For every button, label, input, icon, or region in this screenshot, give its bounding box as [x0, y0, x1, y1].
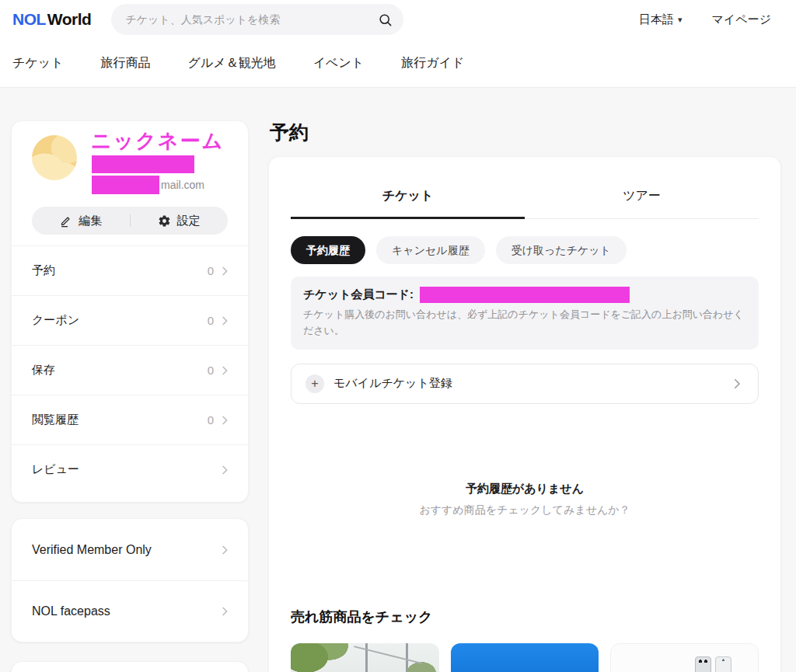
page-title: 予約 [270, 120, 781, 144]
chevron-right-icon [218, 265, 231, 277]
profile-info: ニックネーム mail.com [32, 132, 228, 207]
nav-item-events[interactable]: イベント [313, 55, 365, 71]
search-bar[interactable] [111, 4, 403, 35]
content: ニックネーム mail.com 編集 [0, 88, 796, 672]
nav-item-gourmet-sightseeing[interactable]: グルメ＆観光地 [188, 55, 276, 71]
sidebar-item-reservations[interactable]: 予約 0 [12, 245, 248, 295]
sidebar-card-cutoff [11, 661, 249, 672]
menu-count: 0 [208, 364, 214, 377]
profile-section: ニックネーム mail.com 編集 [12, 121, 248, 245]
menu-label: 保存 [32, 363, 55, 378]
pencil-icon [59, 214, 72, 228]
member-code-label: チケット会員コード: [303, 287, 414, 302]
sidebar-item-verified-member[interactable]: Verified Member Only [12, 519, 248, 580]
member-code-box: チケット会員コード: チケット購入後のお問い合わせは、必ず上記のチケット会員コー… [291, 277, 759, 350]
sidebar-item-browsing-history[interactable]: 閲覧履歴 0 [12, 395, 248, 444]
link-label: Verified Member Only [32, 543, 152, 557]
logo-world: World [47, 10, 92, 28]
sidebar-item-reviews[interactable]: レビュー [12, 444, 248, 494]
nav-item-travel-guide[interactable]: 旅行ガイド [401, 55, 464, 71]
member-code-line: チケット会員コード: [303, 287, 746, 303]
profile-card: ニックネーム mail.com 編集 [11, 120, 249, 503]
header: NOLWorld 日本語 ▾ マイページ [0, 0, 796, 39]
settings-button[interactable]: 設定 [131, 214, 229, 228]
member-links-card: Verified Member Only NOL facepass [11, 518, 249, 642]
chevron-right-icon [218, 605, 231, 618]
menu-label: 予約 [32, 263, 55, 278]
name-redaction-bar [92, 155, 194, 173]
logo-nol: NOL [12, 10, 46, 28]
chevron-right-icon [218, 315, 231, 327]
member-code-note: チケット購入後のお問い合わせは、必ず上記のチケット会員コードをご記入の上お問い合… [303, 307, 746, 339]
product-image-smartphones[interactable] [610, 643, 759, 672]
phone-back [695, 656, 711, 672]
chevron-right-icon [730, 377, 744, 391]
reservations-card: チケット ツアー 予約履歴 キャンセル履歴 受け取ったチケット チケット会員コー… [268, 156, 781, 672]
email-row: mail.com [92, 176, 204, 194]
empty-state-title: 予約履歴がありません [291, 482, 759, 496]
chevron-right-icon [218, 544, 231, 556]
mobile-ticket-label: モバイルチケット登録 [333, 376, 452, 391]
sidebar-item-nol-facepass[interactable]: NOL facepass [12, 580, 248, 642]
main-nav: チケット 旅行商品 グルメ＆観光地 イベント 旅行ガイド [0, 39, 796, 88]
product-image-train[interactable] [291, 643, 439, 672]
language-selector[interactable]: 日本語 ▾ [639, 12, 683, 27]
main-content: 予約 チケット ツアー 予約履歴 キャンセル履歴 受け取ったチケット チケット会… [268, 120, 781, 672]
catenary-pole [406, 643, 408, 672]
edit-button[interactable]: 編集 [32, 214, 130, 228]
catenary-pole [365, 643, 368, 672]
email-visible-text: mail.com [161, 179, 204, 191]
phones-graphic [695, 656, 731, 672]
search-icon[interactable] [378, 12, 393, 27]
chevron-right-icon [218, 414, 231, 427]
logo[interactable]: NOLWorld [12, 10, 91, 29]
tab-tickets[interactable]: チケット [291, 157, 525, 219]
nickname-label: ニックネーム [91, 127, 224, 155]
filter-pills: 予約履歴 キャンセル履歴 受け取ったチケット [291, 236, 759, 264]
menu-label: クーポン [32, 313, 79, 328]
nav-item-tickets[interactable]: チケット [12, 55, 64, 71]
nav-item-travel-products[interactable]: 旅行商品 [101, 55, 151, 71]
menu-label: レビュー [32, 462, 79, 477]
tab-bar: チケット ツアー [291, 157, 759, 219]
plus-icon: + [305, 374, 324, 393]
menu-count: 0 [208, 413, 214, 427]
language-label: 日本語 [639, 12, 674, 27]
tab-tours[interactable]: ツアー [525, 157, 759, 219]
menu-label: 閲覧履歴 [32, 413, 79, 427]
member-code-redaction-bar [420, 287, 630, 303]
mypage-link[interactable]: マイページ [712, 12, 771, 27]
header-right: 日本語 ▾ マイページ [639, 12, 771, 27]
edit-label: 編集 [79, 214, 102, 228]
pill-cancellation-history[interactable]: キャンセル履歴 [376, 236, 485, 264]
menu-count: 0 [208, 314, 214, 327]
product-list [291, 643, 759, 672]
empty-state: 予約履歴がありません おすすめ商品をチェックしてみませんか？ [291, 482, 759, 517]
profile-actions: 編集 設定 [32, 207, 228, 235]
empty-state-subtitle: おすすめ商品をチェックしてみませんか？ [291, 503, 759, 517]
search-input[interactable] [125, 13, 378, 26]
card-bottom-padding [12, 494, 248, 502]
chevron-right-icon [218, 464, 231, 476]
phone-front [715, 656, 731, 672]
gear-icon [158, 214, 171, 228]
pill-received-tickets[interactable]: 受け取ったチケット [496, 236, 627, 264]
sidebar-item-saved[interactable]: 保存 0 [12, 345, 248, 395]
chevron-right-icon [218, 364, 231, 377]
chevron-down-icon: ▾ [678, 15, 683, 25]
avatar[interactable] [32, 135, 77, 180]
sidebar-item-coupons[interactable]: クーポン 0 [12, 295, 248, 345]
catenary-wire [354, 646, 422, 664]
recommend-section-title: 売れ筋商品をチェック [291, 608, 759, 626]
menu-count: 0 [208, 264, 214, 277]
sidebar: ニックネーム mail.com 編集 [11, 120, 249, 672]
settings-label: 設定 [177, 214, 201, 228]
product-image-blue-sky[interactable] [451, 643, 599, 672]
pill-reservation-history[interactable]: 予約履歴 [291, 236, 365, 264]
link-label: NOL facepass [32, 604, 110, 618]
mobile-ticket-register-button[interactable]: + モバイルチケット登録 [291, 364, 759, 404]
email-redaction-bar [92, 176, 159, 194]
